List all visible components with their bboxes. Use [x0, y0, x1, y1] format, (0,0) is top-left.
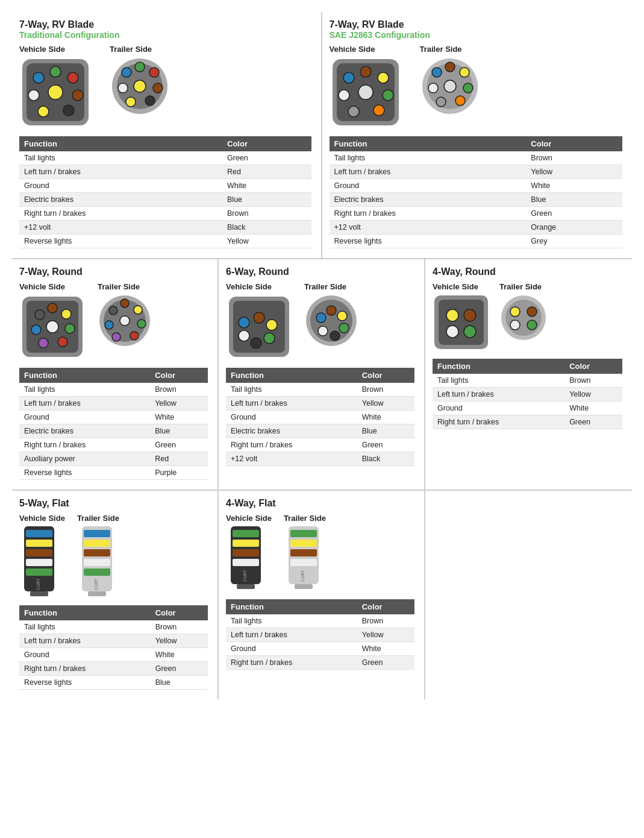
function-cell: +12 volt — [330, 221, 527, 235]
svg-rect-101 — [84, 569, 110, 576]
table-row: Tail lightsBrown — [226, 383, 414, 397]
function-cell: Tail lights — [19, 620, 151, 634]
section-title: 4-Way, Flat — [226, 498, 414, 509]
svg-point-32 — [444, 80, 456, 92]
svg-point-37 — [436, 97, 446, 107]
section-title: 7-Way, RV Blade — [330, 19, 623, 30]
table-row: Right turn / brakesGreen — [433, 415, 622, 429]
svg-point-55 — [137, 320, 146, 328]
vehicle-connector-4flat: CURT — [226, 525, 271, 591]
section-title: 7-Way, Round — [19, 266, 208, 277]
function-cell: Left turn / brakes — [19, 634, 151, 648]
section-6way-round: 6-Way, Round Vehicle Side Trailer Side — [219, 259, 425, 490]
color-cell: Green — [222, 151, 311, 165]
table-row: Right turn / brakesBrown — [19, 207, 311, 221]
function-cell: +12 volt — [19, 221, 222, 235]
color-cell: White — [357, 411, 414, 424]
function-cell: Left turn / brakes — [19, 165, 222, 179]
function-cell: Reverse lights — [19, 466, 150, 480]
function-table-s6: Function Color Tail lightsBrownLeft turn… — [19, 605, 208, 690]
table-row: Right turn / brakesGreen — [19, 438, 208, 452]
svg-point-75 — [316, 313, 326, 323]
color-cell: Brown — [222, 207, 311, 221]
table-row: Tail lightsBrown — [19, 620, 208, 634]
function-cell: Right turn / brakes — [226, 438, 357, 452]
svg-point-53 — [120, 299, 129, 307]
svg-point-42 — [46, 321, 58, 333]
table-row: Left turn / brakesYellow — [19, 634, 208, 648]
section-7way-round: 7-Way, Round Vehicle Side — [12, 259, 219, 490]
svg-point-57 — [112, 333, 120, 341]
section-4way-round: 4-Way, Round Vehicle Side Trailer Side — [425, 259, 632, 490]
table-row: Auxiliary powerRed — [19, 452, 208, 466]
table-row: Electric brakesBlue — [226, 424, 414, 438]
color-cell: Black — [357, 452, 414, 466]
vehicle-connector-4round — [433, 294, 490, 351]
svg-point-16 — [145, 96, 155, 106]
svg-rect-103 — [88, 591, 106, 596]
svg-rect-112 — [290, 530, 317, 537]
svg-point-85 — [527, 307, 537, 317]
col-function-header: Function — [330, 136, 527, 151]
function-cell: Electric brakes — [330, 193, 527, 207]
color-cell: White — [222, 179, 311, 193]
color-cell: Brown — [357, 614, 414, 628]
table-row: Reverse lightsYellow — [19, 235, 311, 248]
col-function-header: Function — [19, 136, 222, 151]
col-function-header: Function — [19, 605, 151, 620]
svg-rect-108 — [233, 559, 259, 566]
color-cell: Yellow — [564, 388, 622, 402]
table-row: Left turn / brakesYellow — [433, 388, 622, 402]
table-row: Tail lightsBrown — [330, 151, 623, 165]
function-cell: Tail lights — [226, 383, 357, 397]
vehicle-connector-6round — [226, 294, 292, 360]
svg-point-29 — [343, 72, 354, 83]
table-row: Left turn / brakesYellow — [19, 397, 208, 411]
vehicle-connector-5flat: CURT — [19, 525, 64, 597]
vehicle-connector-7blade-traditional — [19, 56, 92, 128]
col-color-header: Color — [150, 368, 208, 383]
svg-point-43 — [48, 303, 57, 313]
table-row: Electric brakesBlue — [19, 193, 311, 207]
svg-point-38 — [428, 83, 438, 93]
svg-point-67 — [239, 317, 249, 328]
color-cell: Yellow — [150, 397, 208, 411]
function-cell: Ground — [19, 179, 222, 193]
color-cell: Orange — [526, 221, 622, 235]
function-cell: Right turn / brakes — [19, 438, 150, 452]
table-row: Left turn / brakesRed — [19, 165, 311, 179]
svg-point-3 — [50, 66, 61, 77]
function-cell: Electric brakes — [19, 193, 222, 207]
svg-point-19 — [122, 68, 131, 77]
color-cell: Blue — [526, 193, 622, 207]
function-cell: Ground — [433, 402, 564, 415]
function-cell: Ground — [19, 648, 151, 662]
svg-point-48 — [31, 325, 41, 335]
color-cell: Blue — [222, 193, 311, 207]
color-cell: Blue — [151, 676, 208, 690]
color-cell: Blue — [150, 424, 208, 438]
function-cell: Reverse lights — [330, 235, 527, 248]
svg-point-23 — [360, 66, 371, 77]
svg-point-79 — [464, 309, 476, 321]
trailer-connector-5flat: CURT — [77, 525, 122, 597]
color-cell: Black — [222, 221, 311, 235]
svg-point-18 — [118, 83, 128, 93]
table-row: Left turn / brakesYellow — [330, 165, 623, 179]
svg-point-2 — [48, 85, 63, 99]
svg-rect-93 — [26, 569, 52, 576]
section-subtitle: Traditional Configuration — [19, 30, 311, 40]
table-row: Tail lightsGreen — [19, 151, 311, 165]
svg-rect-105 — [233, 530, 259, 537]
color-cell: Red — [222, 165, 311, 179]
svg-point-13 — [135, 62, 145, 72]
vehicle-side-label: Vehicle Side — [19, 514, 65, 523]
svg-point-64 — [264, 333, 275, 344]
function-cell: Tail lights — [226, 614, 357, 628]
svg-point-5 — [72, 90, 83, 101]
color-cell: Brown — [151, 620, 208, 634]
color-cell: Yellow — [357, 397, 414, 411]
section-7way-blade-sae: 7-Way, RV Blade SAE J2863 Configuration … — [322, 12, 633, 258]
svg-point-58 — [105, 321, 113, 329]
function-cell: Ground — [19, 411, 150, 424]
